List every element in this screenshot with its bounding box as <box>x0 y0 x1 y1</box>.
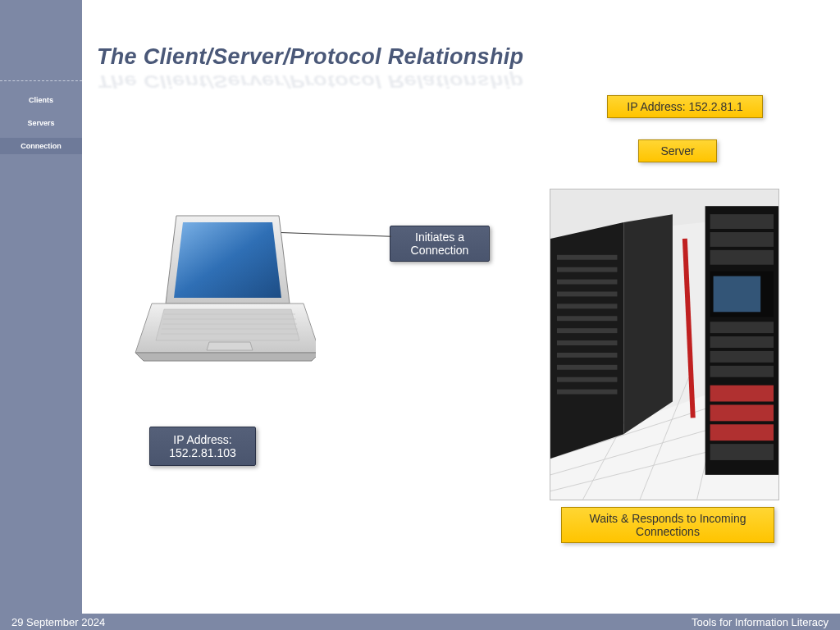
svg-marker-20 <box>623 214 673 434</box>
initiates-connection-box: Initiates a Connection <box>390 226 490 262</box>
svg-rect-43 <box>557 353 617 358</box>
server-room-illustration <box>550 189 779 500</box>
footer-right: Tools for Information Literacy <box>692 616 829 628</box>
footer-date: 29 September 2024 <box>11 616 105 628</box>
svg-rect-45 <box>557 377 617 382</box>
svg-rect-34 <box>710 444 774 460</box>
svg-rect-36 <box>557 267 617 272</box>
svg-rect-31 <box>710 386 774 402</box>
svg-marker-1 <box>174 222 281 298</box>
svg-rect-33 <box>710 424 774 441</box>
laptop-illustration <box>127 209 316 381</box>
svg-rect-32 <box>710 404 774 421</box>
svg-rect-30 <box>710 366 774 377</box>
slide-content: The Client/Server/Protocol Relationship … <box>82 0 840 614</box>
sidebar: ClientsServersConnection <box>0 0 82 614</box>
svg-rect-24 <box>710 250 774 265</box>
server-label-box: Server <box>638 139 717 162</box>
sidebar-divider <box>0 80 82 81</box>
svg-marker-10 <box>207 342 253 350</box>
nav-item-clients[interactable]: Clients <box>0 92 82 108</box>
svg-rect-23 <box>710 232 774 247</box>
svg-rect-40 <box>557 316 617 321</box>
svg-rect-44 <box>557 365 617 370</box>
svg-rect-22 <box>710 214 774 229</box>
svg-rect-37 <box>557 280 617 285</box>
svg-rect-28 <box>710 336 774 348</box>
svg-rect-41 <box>557 328 617 333</box>
footer: 29 September 2024 Tools for Information … <box>0 614 840 630</box>
nav-item-connection[interactable]: Connection <box>0 138 82 154</box>
svg-rect-46 <box>557 390 617 395</box>
slide-title: The Client/Server/Protocol Relationship <box>97 44 523 70</box>
client-ip-box: IP Address: 152.2.81.103 <box>149 427 256 466</box>
svg-rect-26 <box>714 276 761 313</box>
svg-marker-3 <box>135 353 316 361</box>
svg-rect-27 <box>710 322 774 333</box>
svg-rect-39 <box>557 304 617 308</box>
svg-rect-35 <box>557 255 617 260</box>
server-waits-box: Waits & Responds to Incoming Connections <box>561 507 774 543</box>
svg-rect-29 <box>710 351 774 363</box>
slide-title-reflection: The Client/Server/Protocol Relationship <box>97 71 523 92</box>
nav-item-servers[interactable]: Servers <box>0 115 82 131</box>
svg-rect-42 <box>557 340 617 345</box>
svg-rect-38 <box>557 291 617 296</box>
server-ip-box: IP Address: 152.2.81.1 <box>607 95 763 118</box>
